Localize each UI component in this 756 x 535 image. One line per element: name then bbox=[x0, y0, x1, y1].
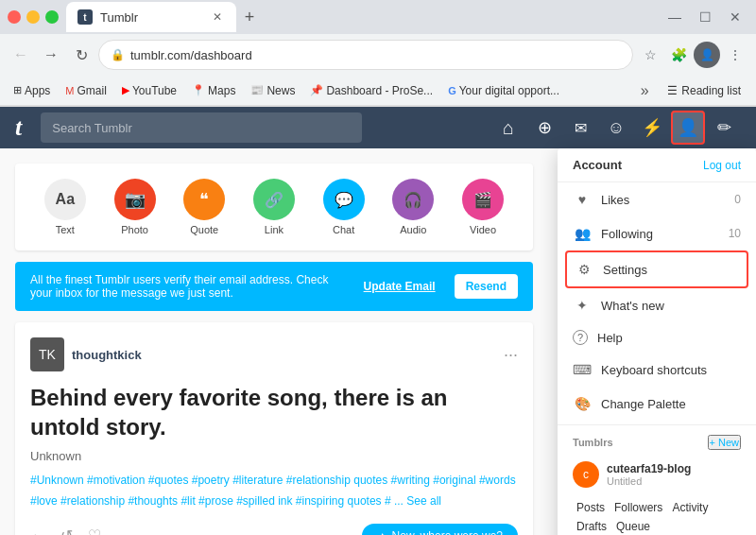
window-maximize-button[interactable] bbox=[45, 10, 59, 24]
tumblr-blog-row: c cutearfa19-blog Untitled bbox=[558, 454, 756, 495]
bookmark-youtube[interactable]: ▶ YouTube bbox=[116, 82, 182, 99]
tab-favicon: t bbox=[77, 9, 93, 25]
verify-banner: All the finest Tumblr users verify their… bbox=[15, 262, 533, 311]
back-button[interactable]: ← bbox=[8, 42, 34, 68]
logout-button[interactable]: Log out bbox=[703, 159, 741, 172]
bookmark-apps[interactable]: ⊞ Apps bbox=[8, 82, 56, 99]
bookmark-dashboard[interactable]: 📌 Dashboard - ProSe... bbox=[304, 82, 438, 99]
bookmark-dashboard-label: Dashboard - ProSe... bbox=[326, 84, 433, 97]
post-attribution: Unknown bbox=[30, 449, 518, 463]
following-count: 10 bbox=[729, 227, 741, 240]
blog-link-followers[interactable]: Followers bbox=[610, 499, 666, 516]
arrow-left-button[interactable]: ← bbox=[30, 526, 45, 535]
more-bookmarks-button[interactable]: » bbox=[633, 79, 656, 102]
address-bar[interactable]: 🔒 tumblr.com/dashboard bbox=[98, 40, 633, 70]
bookmark-star-button[interactable]: ☆ bbox=[637, 42, 663, 68]
post-icon-text[interactable]: Aa Text bbox=[44, 179, 86, 235]
bookmarks-bar: ⊞ Apps M Gmail ▶ YouTube 📍 Maps 📰 News 📌… bbox=[0, 76, 756, 106]
post-icon-video[interactable]: 🎬 Video bbox=[462, 179, 504, 235]
post-icon-chat[interactable]: 💬 Chat bbox=[323, 179, 365, 235]
verify-actions: Update Email Resend bbox=[352, 274, 518, 299]
post-icon-photo[interactable]: 📷 Photo bbox=[114, 179, 156, 235]
blog-links: Posts Followers Activity Drafts Queue Ed… bbox=[558, 495, 756, 535]
palette-icon: 🎨 bbox=[573, 394, 592, 413]
profile-button[interactable]: 👤 bbox=[694, 42, 720, 68]
post-more-button[interactable]: ··· bbox=[504, 345, 518, 365]
refresh-button[interactable]: ↻ bbox=[68, 42, 94, 68]
video-icon-circle: 🎬 bbox=[462, 179, 504, 220]
bookmark-gmail[interactable]: M Gmail bbox=[60, 82, 112, 99]
new-tab-button[interactable]: + bbox=[236, 4, 263, 30]
person-icon-button[interactable]: 👤 bbox=[671, 111, 705, 145]
minimize-window-button[interactable]: — bbox=[662, 4, 688, 30]
youtube-icon: ▶ bbox=[122, 84, 129, 96]
resend-button[interactable]: Resend bbox=[455, 274, 518, 299]
bookmark-digital[interactable]: G Your digital opport... bbox=[442, 82, 565, 99]
window-minimize-button[interactable] bbox=[26, 10, 40, 24]
explore-icon-button[interactable]: ⊕ bbox=[527, 111, 561, 145]
blog-link-queue[interactable]: Queue bbox=[612, 518, 654, 535]
dropdown-whats-new[interactable]: ✦ What's new bbox=[558, 288, 756, 322]
audio-icon-label: Audio bbox=[400, 224, 426, 235]
dropdown-help[interactable]: ? Help bbox=[558, 322, 756, 353]
home-icon-button[interactable]: ⌂ bbox=[491, 111, 525, 145]
post-icons-card: Aa Text 📷 Photo ❝ Quote 🔗 Link 💬 Ch bbox=[15, 164, 533, 250]
post-title: Behind every favorite song, there is an … bbox=[30, 383, 518, 441]
bookmark-maps[interactable]: 📍 Maps bbox=[186, 82, 241, 99]
update-email-button[interactable]: Update Email bbox=[352, 274, 447, 299]
bookmark-gmail-label: Gmail bbox=[77, 84, 107, 97]
reading-list-icon: ☰ bbox=[667, 84, 678, 97]
menu-button[interactable]: ⋮ bbox=[722, 42, 748, 68]
reading-list-button[interactable]: ☰ Reading list bbox=[660, 82, 748, 99]
close-window-button[interactable]: ✕ bbox=[722, 4, 748, 30]
edit-icon-button[interactable]: ✏ bbox=[707, 111, 741, 145]
bookmark-news[interactable]: 📰 News bbox=[245, 82, 301, 99]
toolbar-icons: ☆ 🧩 👤 ⋮ bbox=[637, 42, 748, 68]
verify-text: All the finest Tumblr users verify their… bbox=[30, 273, 337, 300]
now-button[interactable]: ▲ Now, where were we? bbox=[362, 524, 518, 535]
bookmark-news-label: News bbox=[266, 84, 295, 97]
dropdown-divider bbox=[558, 424, 756, 425]
dropdown-keyboard[interactable]: ⌨ Keyboard shortcuts bbox=[558, 353, 756, 387]
post-icon-audio[interactable]: 🎧 Audio bbox=[392, 179, 434, 235]
like-button[interactable]: ♡ bbox=[88, 526, 101, 535]
mail-icon-button[interactable]: ✉ bbox=[563, 111, 597, 145]
window-close-button[interactable] bbox=[8, 10, 21, 24]
emoji-icon-button[interactable]: ☺ bbox=[599, 111, 633, 145]
dropdown-settings[interactable]: ⚙ Settings bbox=[565, 250, 748, 288]
dashboard-icon: 📌 bbox=[310, 84, 323, 96]
post-tags-see-all[interactable]: ... See all bbox=[394, 494, 441, 508]
extensions-button[interactable]: 🧩 bbox=[665, 42, 692, 68]
dropdown-likes[interactable]: ♥ Likes 0 bbox=[558, 182, 756, 216]
reblog-button[interactable]: ↺ bbox=[60, 526, 73, 535]
post-icon-quote[interactable]: ❝ Quote bbox=[183, 179, 225, 235]
blog-name: cutearfa19-blog bbox=[607, 462, 741, 475]
dropdown-following[interactable]: 👥 Following 10 bbox=[558, 216, 756, 250]
dropdown-palette[interactable]: 🎨 Change Palette bbox=[558, 387, 756, 421]
tab-close-button[interactable]: ✕ bbox=[210, 9, 225, 25]
new-tumblr-button[interactable]: + New bbox=[708, 435, 742, 450]
post-action-icons: ← ↺ ♡ bbox=[30, 526, 101, 535]
post-icon-link[interactable]: 🔗 Link bbox=[253, 179, 295, 235]
tumblr-search bbox=[41, 112, 362, 143]
restore-window-button[interactable]: ☐ bbox=[692, 4, 718, 30]
post-tags-text: #Unknown #motivation #quotes #poetry #li… bbox=[30, 474, 516, 508]
blog-avatar: c bbox=[573, 461, 599, 488]
video-icon-label: Video bbox=[470, 224, 496, 235]
blog-link-activity[interactable]: Activity bbox=[668, 499, 712, 516]
lightning-icon-button[interactable]: ⚡ bbox=[635, 111, 669, 145]
tab-bar: t Tumblr ✕ + — ☐ ✕ bbox=[0, 0, 756, 34]
blog-subtitle: Untitled bbox=[607, 475, 741, 487]
now-icon: ▲ bbox=[377, 529, 388, 535]
forward-button[interactable]: → bbox=[38, 42, 64, 68]
post-actions: ← ↺ ♡ ▲ Now, where were we? bbox=[30, 524, 518, 535]
active-tab[interactable]: t Tumblr ✕ bbox=[66, 2, 236, 32]
search-input[interactable] bbox=[41, 112, 362, 143]
digital-icon: G bbox=[448, 85, 456, 96]
tumblr-logo: t bbox=[15, 113, 22, 142]
post-blog-name: thoughtkick bbox=[72, 348, 142, 362]
chat-icon-circle: 💬 bbox=[323, 179, 365, 220]
blog-link-drafts[interactable]: Drafts bbox=[573, 518, 610, 535]
blog-link-posts[interactable]: Posts bbox=[573, 499, 609, 516]
now-label: Now, where were we? bbox=[392, 529, 503, 535]
